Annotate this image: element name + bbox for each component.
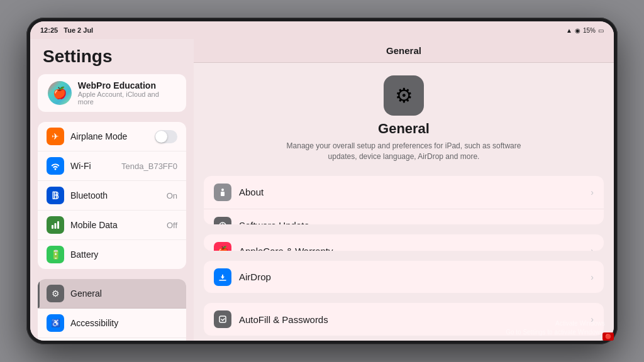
battery-label: Battery (70, 250, 177, 260)
svg-rect-1 (55, 223, 57, 229)
applecare-chevron: › (591, 246, 594, 251)
softwareupdate-chevron: › (591, 221, 594, 225)
detail-section-1: About › Software Update › (204, 176, 604, 225)
sidebar-item-general[interactable]: ⚙ General (38, 279, 186, 309)
detail-row-applecare[interactable]: 🍎 AppleCare & Warranty › (204, 234, 604, 251)
svg-rect-8 (221, 192, 225, 196)
sidebar-group-system: ⚙ General ♿ Accessibility ✏ Apple Pencil… (38, 279, 186, 341)
detail-section-2: 🍎 AppleCare & Warranty › (204, 234, 604, 251)
status-icons: ▲ ◉ 15% ▭ (566, 27, 604, 34)
detail-row-about[interactable]: About › (204, 176, 604, 209)
autofill-icon (214, 310, 231, 328)
status-bar: 12:25 Tue 2 Jul ▲ ◉ 15% ▭ (30, 21, 614, 39)
airdrop-chevron: › (591, 272, 594, 282)
detail-header: ⚙ General Manage your overall setup and … (194, 63, 614, 171)
mobiledata-label: Mobile Data (70, 220, 160, 230)
detail-panel: General ⚙ General Manage your overall se… (194, 39, 614, 341)
about-label: About (239, 187, 591, 197)
bluetooth-icon: 𝔹 (47, 187, 64, 204)
accessibility-icon: ♿ (47, 314, 64, 332)
sidebar-item-airplane[interactable]: ✈ Airplane Mode (38, 122, 186, 151)
applecare-icon: 🍎 (214, 242, 231, 251)
sidebar-item-applepencil[interactable]: ✏ Apple Pencil (38, 338, 186, 341)
softwareupdate-icon (214, 217, 231, 225)
sidebar-item-wifi[interactable]: Wi-Fi Tenda_B73FF0 (38, 151, 186, 181)
sidebar-divider-1 (30, 114, 194, 119)
signal-icon: ◉ (575, 27, 580, 34)
battery-icon: ▭ (598, 27, 604, 34)
airplane-label: Airplane Mode (70, 131, 148, 141)
account-name: WebPro Education (78, 80, 176, 90)
airplane-toggle[interactable] (155, 130, 177, 143)
sidebar-item-accessibility[interactable]: ♿ Accessibility (38, 309, 186, 338)
detail-section-3: AirDrop › AirPlay & Continuity › (204, 261, 604, 293)
mobiledata-icon (47, 216, 64, 234)
svg-rect-14 (219, 316, 226, 322)
general-label: General (70, 288, 177, 299)
detail-header-icon: ⚙ (384, 75, 424, 116)
detail-header-description: Manage your overall setup and preference… (284, 141, 523, 162)
applecare-label: AppleCare & Warranty (239, 246, 591, 251)
detail-row-airdrop[interactable]: AirDrop › (204, 261, 604, 293)
detail-row-softwareupdate[interactable]: Software Update › (204, 209, 604, 225)
wifi-value: Tenda_B73FF0 (121, 162, 177, 171)
ipad-frame: 12:25 Tue 2 Jul ▲ ◉ 15% ▭ Settings 🍎 (26, 18, 618, 344)
wifi-icon (47, 157, 64, 175)
wifi-label: Wi-Fi (70, 161, 115, 171)
account-info: WebPro Education Apple Account, iCloud a… (78, 80, 176, 106)
general-icon: ⚙ (47, 285, 64, 302)
accessibility-label: Accessibility (70, 318, 177, 328)
detail-nav-title: General (386, 45, 421, 56)
avatar: 🍎 (48, 81, 72, 105)
main-content: Settings 🍎 WebPro Education Apple Accoun… (30, 39, 614, 341)
sidebar-item-mobiledata[interactable]: Mobile Data Off (38, 211, 186, 240)
bluetooth-label: Bluetooth (70, 190, 160, 200)
svg-rect-0 (52, 225, 53, 229)
airdrop-label: AirDrop (239, 272, 591, 282)
account-subtitle: Apple Account, iCloud and more (78, 90, 176, 106)
sidebar-group-connectivity: ✈ Airplane Mode Wi-Fi Tenda_B73FF0 (38, 122, 186, 269)
ipad-screen: 12:25 Tue 2 Jul ▲ ◉ 15% ▭ Settings 🍎 (30, 21, 614, 341)
windows-watermark: Activate Windows Go to Settings to activ… (506, 319, 605, 337)
sidebar-item-battery[interactable]: 🔋 Battery (38, 240, 186, 269)
svg-rect-7 (221, 189, 224, 191)
airdrop-icon (214, 268, 231, 286)
about-icon (214, 184, 231, 201)
wifi-icon: ▲ (566, 27, 572, 34)
airplane-icon: ✈ (47, 128, 64, 145)
status-time: 12:25 Tue 2 Jul (40, 26, 93, 34)
mobiledata-value: Off (167, 221, 177, 230)
battery-icon: 🔋 (47, 246, 64, 263)
settings-title: Settings (30, 39, 194, 72)
svg-rect-2 (57, 221, 59, 229)
softwareupdate-label: Software Update (239, 220, 591, 224)
sidebar-divider-2 (30, 272, 194, 277)
bluetooth-value: On (167, 191, 177, 200)
corner-badge: 🔴 (602, 332, 614, 341)
about-chevron: › (591, 187, 594, 197)
detail-nav: General (194, 39, 614, 63)
detail-header-title: General (378, 121, 430, 137)
battery-indicator: 15% (583, 27, 596, 34)
sidebar: Settings 🍎 WebPro Education Apple Accoun… (30, 39, 194, 341)
account-row[interactable]: 🍎 WebPro Education Apple Account, iCloud… (38, 74, 186, 112)
sidebar-item-bluetooth[interactable]: 𝔹 Bluetooth On (38, 181, 186, 211)
